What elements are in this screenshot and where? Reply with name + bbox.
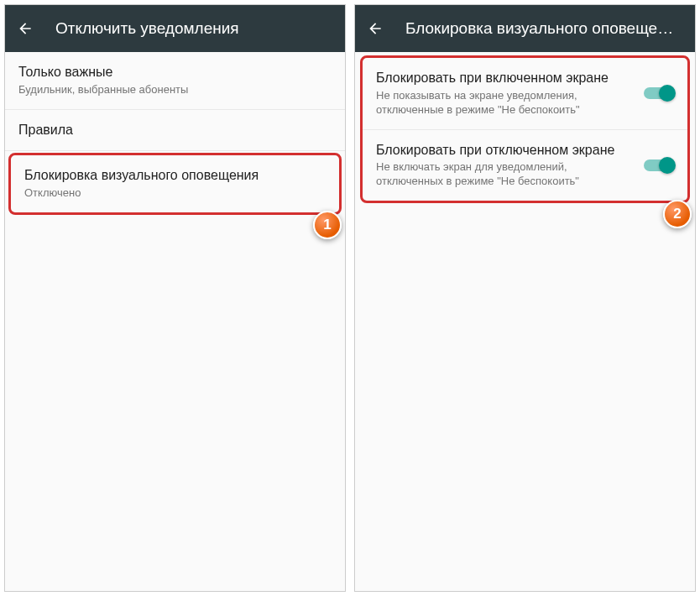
item-subtitle: Не показывать на экране уведомления, отк…: [376, 89, 634, 118]
back-arrow-icon[interactable]: [365, 18, 385, 39]
list-item-block-screen-off[interactable]: Блокировать при отключенном экране Не вк…: [363, 130, 687, 201]
step-badge-1: 1: [313, 211, 342, 239]
step-badge-2: 2: [663, 200, 692, 228]
item-subtitle: Отключено: [24, 186, 326, 201]
left-header: Отключить уведомления: [5, 5, 345, 52]
right-content: Блокировать при включенном экране Не пок…: [355, 52, 695, 591]
item-title: Блокировать при включенном экране: [376, 70, 634, 87]
list-item-visual-block[interactable]: Блокировка визуального оповещения Отключ…: [8, 153, 342, 215]
item-subtitle: Не включать экран для уведомлений, отклю…: [376, 160, 634, 189]
item-subtitle: Будильник, выбранные абоненты: [18, 83, 332, 97]
item-title: Блокировать при отключенном экране: [376, 142, 634, 159]
back-arrow-icon[interactable]: [15, 18, 35, 39]
item-title: Блокировка визуального оповещения: [24, 167, 326, 185]
list-item-block-screen-on[interactable]: Блокировать при включенном экране Не пок…: [363, 58, 687, 130]
left-phone-screen: Отключить уведомления Только важные Буди…: [4, 4, 346, 592]
item-title: Только важные: [18, 64, 332, 81]
toggle-switch-on[interactable]: [644, 87, 674, 99]
list-item-rules[interactable]: Правила: [5, 110, 345, 152]
right-phone-screen: Блокировка визуального оповеще… Блокиров…: [354, 4, 696, 592]
right-header-title: Блокировка визуального оповеще…: [405, 19, 673, 38]
right-header: Блокировка визуального оповеще…: [355, 5, 695, 52]
highlighted-group: Блокировать при включенном экране Не пок…: [360, 55, 690, 203]
toggle-switch-on[interactable]: [644, 159, 674, 171]
item-title: Правила: [18, 122, 332, 139]
left-content: Только важные Будильник, выбранные абоне…: [5, 52, 345, 591]
list-item-important-only[interactable]: Только важные Будильник, выбранные абоне…: [5, 52, 345, 110]
left-header-title: Отключить уведомления: [55, 19, 239, 38]
